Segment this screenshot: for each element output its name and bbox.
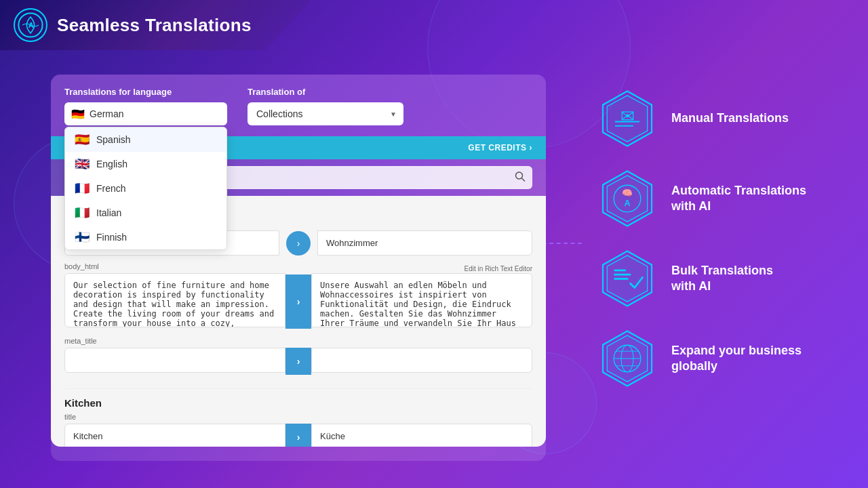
search-button[interactable]: [515, 171, 526, 184]
hex-expand-svg: [597, 328, 658, 389]
kitchen-title-label: title: [64, 413, 532, 421]
kitchen-title-translate-button[interactable]: ›: [285, 424, 311, 447]
feature-manual: ✉ Manual Translations: [597, 88, 848, 149]
living-room-body-field: body_html Edit in Rich Text Editor ›: [64, 262, 532, 330]
feature-expand: Expand your business globally: [597, 328, 848, 389]
kitchen-target-field: [311, 424, 532, 447]
body-field-label: body_html: [64, 262, 99, 270]
dropdown-item-italian[interactable]: 🇮🇹 Italian: [65, 201, 226, 225]
dropdown-item-finnish[interactable]: 🇫🇮 Finnish: [65, 225, 226, 249]
dropdown-item-spanish[interactable]: 🇪🇸 Spanish: [65, 127, 226, 152]
svg-line-3: [522, 178, 525, 181]
language-selector-group: Translations for language 🇩🇪 German Span…: [64, 87, 227, 125]
panel-header: Translations for language 🇩🇪 German Span…: [51, 75, 546, 136]
svg-rect-17: [614, 274, 631, 276]
title-translate-button[interactable]: ›: [286, 231, 311, 256]
feature-bulk-ai-title: Bulk Translations with AI: [671, 263, 773, 295]
svg-text:🧠: 🧠: [622, 188, 633, 199]
language-select-wrapper[interactable]: 🇩🇪 German Spanish English French Italian…: [64, 102, 227, 125]
feature-expand-title: Expand your business globally: [671, 343, 802, 375]
logo: A: [14, 8, 47, 42]
svg-rect-16: [614, 270, 626, 272]
spanish-label: Spanish: [96, 134, 131, 145]
living-room-body-source[interactable]: [64, 273, 285, 327]
feature-bulk-ai-hex: [597, 248, 658, 309]
hex-auto-ai-svg: 🧠 A: [597, 168, 658, 229]
svg-text:A: A: [624, 199, 630, 208]
hex-bulk-ai-svg: [597, 248, 658, 309]
translate-meta-arrow-icon: ›: [297, 356, 300, 367]
collection-select[interactable]: Collections Products Pages: [248, 102, 403, 125]
living-room-meta-source[interactable]: [64, 348, 285, 373]
living-room-meta-target[interactable]: [311, 348, 532, 373]
app-title: Seamless Translations: [57, 15, 252, 36]
kitchen-source-field: [64, 424, 285, 447]
language-dropdown: 🇪🇸 Spanish 🇬🇧 English 🇫🇷 French: [64, 127, 227, 250]
english-label: English: [96, 159, 127, 169]
kitchen-translate-arrow: ›: [297, 432, 300, 443]
meta-source-field: [64, 348, 285, 375]
meta-target-field: [311, 348, 532, 375]
section-divider: [64, 388, 532, 389]
french-flag: 🇫🇷: [75, 182, 90, 195]
svg-text:A: A: [28, 21, 34, 29]
living-room-meta-field: meta_title ›: [64, 337, 532, 375]
collection-selector-group: Translation of Collections Products Page…: [248, 87, 403, 125]
hex-manual-svg: ✉: [597, 88, 658, 149]
title-target-field: [317, 230, 532, 256]
feature-expand-hex: [597, 328, 658, 389]
header: A Seamless Translations: [0, 0, 312, 50]
finnish-flag: 🇫🇮: [75, 231, 90, 243]
feature-manual-hex: ✉: [597, 88, 658, 149]
body-translation-pair: ›: [64, 273, 532, 330]
french-label: French: [96, 183, 126, 194]
dropdown-item-french[interactable]: 🇫🇷 French: [65, 176, 226, 201]
feature-auto-ai-hex: 🧠 A: [597, 168, 658, 229]
living-room-title-target[interactable]: [317, 230, 532, 256]
language-label: Translations for language: [64, 87, 227, 97]
dropdown-item-english[interactable]: 🇬🇧 English: [65, 152, 226, 176]
collection-select-wrapper[interactable]: Collections Products Pages ▼: [248, 102, 403, 125]
kitchen-title: Kitchen: [64, 397, 532, 409]
finnish-label: Finnish: [96, 232, 127, 243]
kitchen-title-field: title ›: [64, 413, 532, 447]
section-kitchen: Kitchen title ›: [64, 397, 532, 447]
feature-expand-text: Expand your business globally: [671, 343, 802, 375]
feature-auto-ai: 🧠 A Automatic Translations with AI: [597, 168, 848, 229]
translate-arrow-icon: ›: [297, 296, 300, 307]
feature-bulk-ai: Bulk Translations with AI: [597, 248, 848, 309]
meta-field-label: meta_title: [64, 337, 532, 345]
english-flag: 🇬🇧: [75, 158, 90, 170]
kitchen-title-pair: ›: [64, 424, 532, 447]
language-select[interactable]: German Spanish English French Italian Fi…: [64, 102, 227, 125]
italian-label: Italian: [96, 207, 121, 218]
svg-rect-18: [614, 278, 629, 280]
feature-auto-ai-title: Automatic Translations with AI: [671, 183, 806, 215]
features-panel: ✉ Manual Translations 🧠 A Automatic Tran…: [597, 88, 848, 408]
feature-bulk-ai-text: Bulk Translations with AI: [671, 263, 773, 295]
spanish-flag: 🇪🇸: [75, 134, 90, 146]
italian-flag: 🇮🇹: [75, 207, 90, 219]
meta-translate-button[interactable]: ›: [285, 348, 311, 375]
get-credits-button[interactable]: GET CREDITS ›: [468, 143, 532, 152]
feature-manual-text: Manual Translations: [671, 110, 789, 126]
body-translate-button[interactable]: ›: [285, 274, 311, 329]
edit-rich-text-link[interactable]: Edit in Rich Text Editor: [465, 265, 532, 272]
kitchen-title-source[interactable]: [64, 424, 285, 447]
collection-label: Translation of: [248, 87, 403, 97]
feature-auto-ai-text: Automatic Translations with AI: [671, 183, 806, 215]
kitchen-title-target[interactable]: [311, 424, 532, 447]
selected-flag: 🇩🇪: [71, 108, 85, 121]
meta-translation-pair: ›: [64, 348, 532, 375]
feature-manual-title: Manual Translations: [671, 110, 789, 126]
translation-panel: Translations for language 🇩🇪 German Span…: [51, 75, 546, 461]
get-credits-label: GET CREDITS: [468, 143, 526, 152]
body-target-field: [311, 273, 532, 330]
living-room-body-target[interactable]: [311, 273, 532, 327]
credits-arrow-icon: ›: [530, 143, 533, 152]
body-source-field: [64, 273, 285, 330]
